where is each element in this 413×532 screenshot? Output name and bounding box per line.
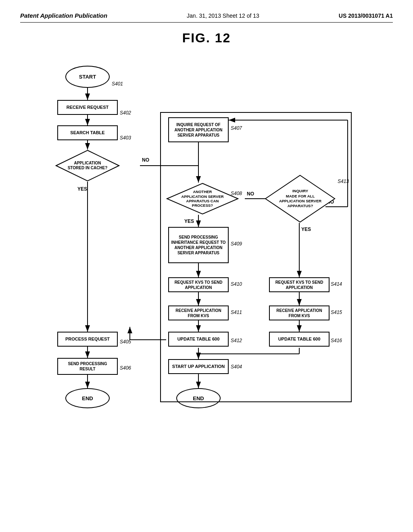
svg-text:NO: NO [142,157,149,163]
application-stored-label: APPLICATIONSTORED IN CACHE? [68,161,108,170]
diagram: YES NO YES NO [25,58,388,493]
inquire-request-box: INQUIRE REQUEST OFANOTHER APPLICATIONSER… [168,117,229,142]
header-right: US 2013/0031071 A1 [339,12,393,19]
startup-application-box: START UP APPLICATION [168,359,229,374]
header-left: Patent Application Publication [20,12,107,19]
svg-text:YES: YES [301,227,311,232]
send-inheritance-box: SEND PROCESSINGINHERITANCE REQUEST TOANO… [168,227,229,263]
inquiry-all-diamond: INQUIRYMADE FOR ALLAPPLICATION SERVERAPP… [265,175,336,223]
end1-node: END [65,388,110,408]
send-processing-result-box: SEND PROCESSING RESULT [57,358,118,375]
start-node: START [65,66,110,88]
receive-request-box: RECEIVE REQUEST [57,100,118,115]
s411-label: S411 [231,310,242,315]
s406-label: S406 [120,365,131,371]
s415-label: S415 [331,310,342,315]
s401-label: S401 [112,81,123,87]
process-request-box: PROCESS REQUEST [57,332,118,347]
another-app-diamond: ANOTHERAPPLICATION SERVERAPPARATUS CANPR… [166,183,239,215]
header-center: Jan. 31, 2013 Sheet 12 of 13 [187,12,259,19]
figure-title: FIG. 12 [20,31,393,46]
request-kvs1-box: REQUEST KVS TO SENDAPPLICATION [168,277,229,292]
s402-label: S402 [120,110,131,116]
inquiry-all-label: INQUIRYMADE FOR ALLAPPLICATION SERVERAPP… [279,189,321,208]
s405-label: S405 [120,339,131,345]
s408-label: S408 [231,191,242,196]
svg-text:YES: YES [77,186,87,192]
receive-kvs2-box: RECEIVE APPLICATIONFROM KVS [269,305,330,320]
s416-label: S416 [331,338,342,343]
s409-label: S409 [231,241,242,247]
update-table-600b-box: UPDATE TABLE 600 [269,332,330,347]
search-table-box: SEARCH TABLE [57,125,118,140]
end2-node: END [176,388,221,408]
receive-kvs1-box: RECEIVE APPLICATIONFROM KVS [168,305,229,320]
header: Patent Application Publication Jan. 31, … [20,12,393,23]
s410-label: S410 [231,281,242,287]
s403-label: S403 [120,135,131,141]
s407-label: S407 [231,125,242,131]
svg-text:NO: NO [247,191,254,197]
s412-label: S412 [231,338,242,343]
request-kvs2-box: REQUEST KVS TO SENDAPPLICATION [269,277,330,292]
another-app-label: ANOTHERAPPLICATION SERVERAPPARATUS CANPR… [181,189,223,208]
page: Patent Application Publication Jan. 31, … [0,0,413,532]
svg-text:YES: YES [184,218,194,224]
s404-label: S404 [231,364,242,370]
s414-label: S414 [331,281,342,287]
application-stored-diamond: APPLICATIONSTORED IN CACHE? [55,150,120,182]
s413-label: S413 [338,179,349,184]
update-table-600a-box: UPDATE TABLE 600 [168,332,229,347]
